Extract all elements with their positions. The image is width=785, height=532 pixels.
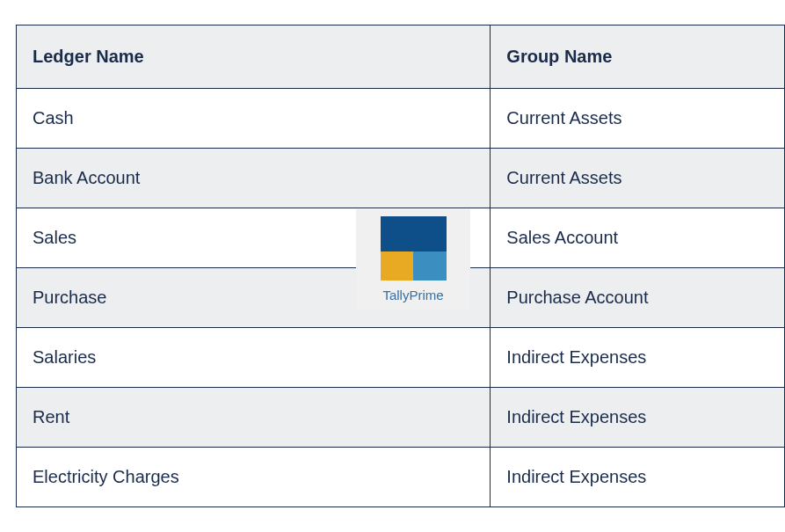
cell-ledger: Bank Account bbox=[17, 149, 491, 208]
table-row: Salaries Indirect Expenses bbox=[17, 328, 785, 388]
cell-group: Purchase Account bbox=[491, 268, 785, 328]
cell-group: Indirect Expenses bbox=[491, 448, 785, 507]
tallyprime-watermark: TallyPrime bbox=[356, 209, 470, 310]
watermark-icon-row2 bbox=[356, 251, 470, 281]
cell-ledger: Salaries bbox=[17, 328, 491, 388]
cell-ledger: Electricity Charges bbox=[17, 448, 491, 507]
header-ledger-name: Ledger Name bbox=[17, 26, 491, 89]
cell-group: Current Assets bbox=[491, 149, 785, 208]
header-group-name: Group Name bbox=[491, 26, 785, 89]
watermark-block-light bbox=[413, 251, 447, 281]
cell-ledger: Cash bbox=[17, 89, 491, 149]
watermark-label: TallyPrime bbox=[356, 288, 470, 302]
table-row: Rent Indirect Expenses bbox=[17, 388, 785, 448]
cell-group: Current Assets bbox=[491, 89, 785, 149]
table-row: Bank Account Current Assets bbox=[17, 149, 785, 208]
cell-ledger: Rent bbox=[17, 388, 491, 448]
watermark-block-dark bbox=[381, 216, 447, 251]
watermark-block-orange bbox=[381, 251, 413, 281]
cell-group: Indirect Expenses bbox=[491, 388, 785, 448]
table-row: Electricity Charges Indirect Expenses bbox=[17, 448, 785, 507]
watermark-icon bbox=[356, 216, 470, 251]
cell-group: Sales Account bbox=[491, 208, 785, 268]
table-row: Cash Current Assets bbox=[17, 89, 785, 149]
cell-group: Indirect Expenses bbox=[491, 328, 785, 388]
